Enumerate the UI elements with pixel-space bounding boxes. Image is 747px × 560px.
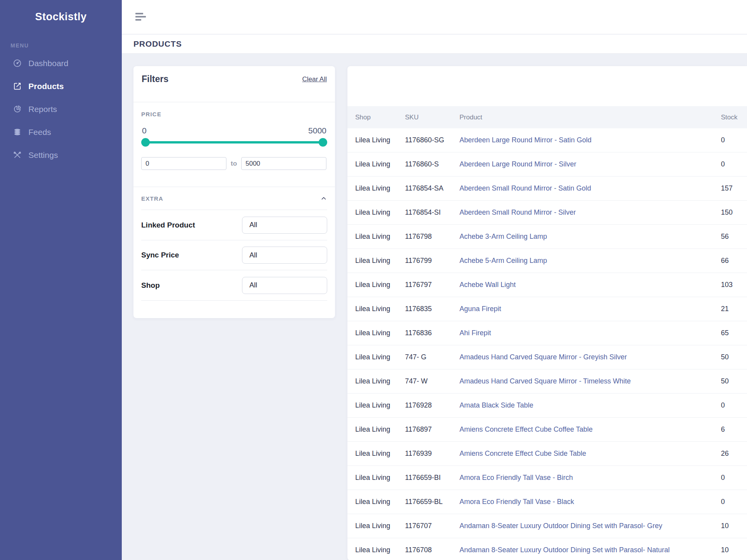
product-link[interactable]: Aberdeen Small Round Mirror - Satin Gold xyxy=(459,184,721,192)
column-header-product: Product xyxy=(459,114,721,121)
shop-select[interactable]: All xyxy=(242,277,327,294)
cell-sku: 1176854-SI xyxy=(405,208,459,217)
cell-stock: 10 xyxy=(721,546,747,554)
filter-row-sync-price: Sync Price All xyxy=(141,240,327,270)
table-header-row: Shop SKU Product Stock xyxy=(347,106,747,128)
cell-shop: Lilea Living xyxy=(355,522,405,530)
product-link[interactable]: Amadeus Hand Carved Square Mirror - Time… xyxy=(459,377,721,385)
cell-sku: 1176860-S xyxy=(405,160,459,168)
clear-all-link[interactable]: Clear All xyxy=(302,74,327,83)
page-header: PRODUCTS xyxy=(122,35,747,54)
product-link[interactable]: Amadeus Hand Carved Square Mirror - Grey… xyxy=(459,353,721,361)
products-table-panel: Shop SKU Product Stock Lilea Living 1176… xyxy=(347,66,747,560)
product-link[interactable]: Amora Eco Friendly Tall Vase - Birch xyxy=(459,474,721,482)
sidebar-item-label: Reports xyxy=(28,105,57,114)
table-row: Lilea Living 747- G Amadeus Hand Carved … xyxy=(347,345,747,369)
sync-price-select[interactable]: All xyxy=(242,247,327,264)
product-link[interactable]: Aberdeen Small Round Mirror - Silver xyxy=(459,208,721,217)
cell-stock: 6 xyxy=(721,425,747,434)
slider-handle-min[interactable] xyxy=(141,138,150,147)
price-section-label: PRICE xyxy=(141,111,327,117)
sidebar: Stockistly MENU Dashboard Products Rep xyxy=(0,0,122,560)
product-link[interactable]: Ahi Firepit xyxy=(459,329,721,337)
cell-stock: 157 xyxy=(721,184,747,192)
table-row: Lilea Living 1176799 Achebe 5-Arm Ceilin… xyxy=(347,249,747,273)
feeds-icon xyxy=(13,128,22,136)
cell-stock: 103 xyxy=(721,281,747,289)
table-row: Lilea Living 747- W Amadeus Hand Carved … xyxy=(347,369,747,394)
selected-value: All xyxy=(249,281,257,289)
dashboard-icon xyxy=(13,59,22,68)
product-link[interactable]: Andaman 8-Seater Luxury Outdoor Dining S… xyxy=(459,546,721,554)
extra-collapse-button[interactable] xyxy=(320,195,327,202)
slider-track xyxy=(145,141,324,144)
cell-sku: 1176835 xyxy=(405,305,459,313)
cell-shop: Lilea Living xyxy=(355,377,405,385)
cell-stock: 0 xyxy=(721,160,747,168)
price-inputs-row: to xyxy=(141,157,327,170)
slider-handle-max[interactable] xyxy=(319,138,327,147)
cell-stock: 0 xyxy=(721,498,747,506)
price-max-input[interactable] xyxy=(241,157,326,170)
table-row: Lilea Living 1176708 Andaman 8-Seater Lu… xyxy=(347,538,747,560)
product-link[interactable]: Amora Eco Friendly Tall Vase - Black xyxy=(459,498,721,506)
cell-stock: 0 xyxy=(721,136,747,144)
product-link[interactable]: Amiens Concrete Effect Cube Coffee Table xyxy=(459,425,721,434)
cell-shop: Lilea Living xyxy=(355,160,405,168)
sidebar-item-dashboard[interactable]: Dashboard xyxy=(0,52,122,75)
sidebar-item-reports[interactable]: Reports xyxy=(0,98,122,121)
cell-shop: Lilea Living xyxy=(355,474,405,482)
price-min-input[interactable] xyxy=(141,157,226,170)
product-link[interactable]: Aberdeen Large Round Mirror - Satin Gold xyxy=(459,136,721,144)
cell-shop: Lilea Living xyxy=(355,546,405,554)
table-row: Lilea Living 1176659-BI Amora Eco Friend… xyxy=(347,466,747,490)
sidebar-item-settings[interactable]: Settings xyxy=(0,144,122,166)
product-link[interactable]: Achebe Wall Light xyxy=(459,281,721,289)
price-min-label: 0 xyxy=(142,126,147,135)
price-slider-values: 0 5000 xyxy=(141,126,327,135)
cell-sku: 1176798 xyxy=(405,233,459,241)
selected-value: All xyxy=(249,221,257,229)
cell-shop: Lilea Living xyxy=(355,353,405,361)
linked-product-select[interactable]: All xyxy=(242,217,327,234)
cell-stock: 150 xyxy=(721,208,747,217)
cell-shop: Lilea Living xyxy=(355,233,405,241)
product-link[interactable]: Amiens Concrete Effect Cube Side Table xyxy=(459,450,721,458)
column-header-sku: SKU xyxy=(405,114,459,121)
content-area: Filters Clear All PRICE 0 5000 to EXTRA xyxy=(122,54,747,560)
cell-sku: 1176928 xyxy=(405,401,459,410)
price-filter-section: PRICE 0 5000 to xyxy=(133,102,335,187)
table-row: Lilea Living 1176928 Amata Black Side Ta… xyxy=(347,394,747,418)
table-row: Lilea Living 1176835 Aguna Firepit 21 xyxy=(347,297,747,321)
table-body: Lilea Living 1176860-SG Aberdeen Large R… xyxy=(347,128,747,560)
cell-sku: 1176854-SA xyxy=(405,184,459,192)
product-link[interactable]: Aguna Firepit xyxy=(459,305,721,313)
filters-header: Filters Clear All xyxy=(133,66,335,102)
cell-stock: 10 xyxy=(721,522,747,530)
cell-shop: Lilea Living xyxy=(355,498,405,506)
column-header-stock: Stock xyxy=(721,114,747,121)
product-link[interactable]: Achebe 3-Arm Ceiling Lamp xyxy=(459,233,721,241)
cell-sku: 1176659-BL xyxy=(405,498,459,506)
table-row: Lilea Living 1176798 Achebe 3-Arm Ceilin… xyxy=(347,225,747,249)
cell-stock: 66 xyxy=(721,257,747,265)
cell-stock: 56 xyxy=(721,233,747,241)
sidebar-item-label: Settings xyxy=(28,150,58,160)
cell-sku: 1176659-BI xyxy=(405,474,459,482)
product-link[interactable]: Achebe 5-Arm Ceiling Lamp xyxy=(459,257,721,265)
table-row: Lilea Living 1176860-SG Aberdeen Large R… xyxy=(347,128,747,152)
product-link[interactable]: Andaman 8-Seater Luxury Outdoor Dining S… xyxy=(459,522,721,530)
filter-label: Linked Product xyxy=(141,221,195,229)
sidebar-nav: Dashboard Products Reports Feeds xyxy=(0,52,122,166)
sidebar-item-products[interactable]: Products xyxy=(0,75,122,98)
chevron-up-icon xyxy=(320,195,327,202)
product-link[interactable]: Amata Black Side Table xyxy=(459,401,721,410)
selected-value: All xyxy=(249,251,257,259)
cell-sku: 1176797 xyxy=(405,281,459,289)
products-icon xyxy=(13,82,22,91)
menu-section-label: MENU xyxy=(11,42,122,49)
product-link[interactable]: Aberdeen Large Round Mirror - Silver xyxy=(459,160,721,168)
cell-shop: Lilea Living xyxy=(355,281,405,289)
sidebar-item-feeds[interactable]: Feeds xyxy=(0,121,122,144)
hamburger-menu-icon[interactable] xyxy=(135,13,146,21)
